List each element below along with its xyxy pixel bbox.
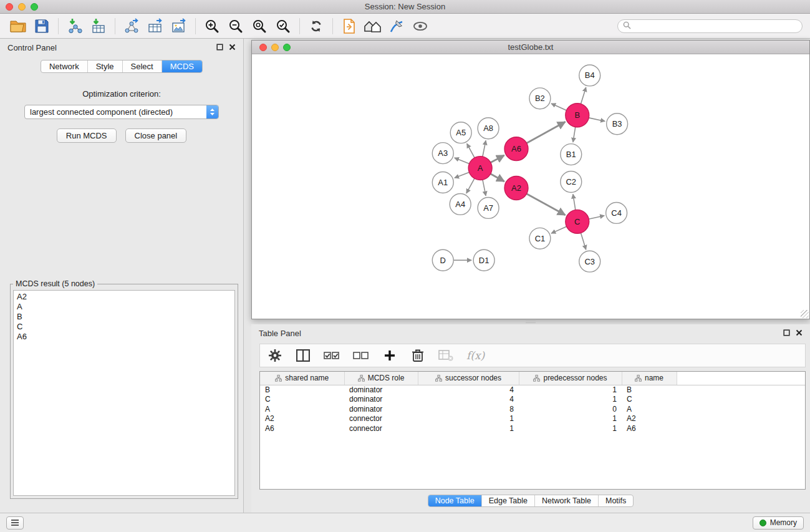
import-table-from-file-icon[interactable] — [87, 16, 110, 36]
annotation-pen-icon[interactable] — [385, 16, 408, 36]
graph-edge-C-C3[interactable] — [581, 233, 586, 249]
zoom-in-icon[interactable] — [200, 16, 224, 36]
tab-mcds[interactable]: MCDS — [162, 60, 202, 72]
net-maximize-icon[interactable] — [283, 44, 291, 51]
mcds-result-item[interactable]: A — [14, 302, 234, 312]
memory-button[interactable]: Memory — [753, 516, 804, 530]
deselect-all-columns-icon[interactable] — [353, 347, 369, 364]
graph-edge-C-C1[interactable] — [551, 226, 566, 233]
open-document-icon[interactable] — [337, 16, 361, 36]
search-input[interactable] — [634, 22, 797, 31]
node-table[interactable]: shared nameMCDS rolesuccessor nodesprede… — [259, 371, 806, 490]
new-network-table-icon[interactable] — [143, 16, 167, 36]
graph-edge-B-B4[interactable] — [581, 87, 586, 104]
graph-node-B[interactable]: B — [566, 104, 589, 127]
graph-edge-A-A5[interactable] — [467, 143, 475, 158]
graph-edge-A-A8[interactable] — [483, 140, 486, 157]
optimization-criterion-dropdown[interactable]: largest connected component (directed) — [24, 105, 219, 119]
refresh-view-icon[interactable] — [304, 16, 328, 36]
close-panel-icon[interactable] — [229, 42, 236, 53]
mcds-result-item[interactable]: C — [14, 322, 234, 332]
window-resize-grip[interactable] — [801, 310, 809, 318]
graph-node-A1[interactable]: A1 — [432, 172, 453, 193]
graph-node-A3[interactable]: A3 — [432, 143, 453, 164]
graph-node-C4[interactable]: C4 — [606, 202, 627, 223]
column-header-shared-name[interactable]: shared name — [260, 372, 344, 385]
delete-row-icon[interactable] — [410, 347, 425, 364]
task-history-button[interactable] — [6, 516, 24, 530]
tab-network-table[interactable]: Network Table — [534, 495, 598, 506]
graph-edge-C-C4[interactable] — [589, 216, 604, 220]
graph-node-C[interactable]: C — [566, 210, 589, 233]
graph-node-C3[interactable]: C3 — [579, 251, 600, 272]
mcds-result-list[interactable]: A2ABCA6 — [13, 290, 235, 496]
net-minimize-icon[interactable] — [271, 44, 279, 51]
table-row-A[interactable]: Adominator80A — [260, 404, 805, 414]
graph-edge-C-C2[interactable] — [573, 194, 576, 210]
graph-node-D1[interactable]: D1 — [473, 249, 494, 271]
table-row-C[interactable]: Cdominator41C — [260, 395, 805, 405]
graph-node-A7[interactable]: A7 — [478, 197, 499, 218]
zoom-out-icon[interactable] — [224, 16, 248, 36]
open-session-icon[interactable] — [6, 16, 30, 36]
function-builder-icon[interactable]: f(x) — [466, 347, 485, 364]
close-panel-icon[interactable] — [796, 327, 803, 339]
graph-edge-A-A7[interactable] — [483, 180, 486, 196]
graph-node-B1[interactable]: B1 — [561, 144, 582, 165]
delete-table-icon[interactable] — [438, 347, 453, 364]
column-header-successor-nodes[interactable]: successor nodes — [418, 372, 519, 385]
run-mcds-button[interactable]: Run MCDS — [57, 128, 117, 143]
net-close-icon[interactable] — [259, 44, 267, 51]
close-panel-button[interactable]: Close panel — [125, 128, 187, 143]
save-session-icon[interactable] — [30, 16, 54, 36]
mcds-result-item[interactable]: A2 — [14, 292, 234, 302]
tab-style[interactable]: Style — [87, 60, 122, 72]
graph-edge-A-A6[interactable] — [491, 155, 504, 163]
graph-edge-A-A1[interactable] — [455, 172, 470, 178]
graph-node-A6[interactable]: A6 — [504, 137, 528, 161]
float-panel-icon[interactable] — [783, 327, 790, 339]
tab-select[interactable]: Select — [122, 60, 162, 72]
table-row-B[interactable]: Bdominator41B — [260, 385, 805, 395]
mcds-result-item[interactable]: A6 — [14, 332, 234, 342]
show-hide-panel-icon[interactable] — [408, 16, 432, 36]
graph-node-A8[interactable]: A8 — [478, 118, 499, 139]
close-window-icon[interactable] — [6, 3, 13, 11]
graph-node-B2[interactable]: B2 — [529, 88, 551, 109]
tab-motifs[interactable]: Motifs — [598, 495, 633, 506]
float-panel-icon[interactable] — [216, 42, 223, 53]
graph-edge-A-A2[interactable] — [491, 174, 504, 181]
column-header-predecessor-nodes[interactable]: predecessor nodes — [519, 372, 622, 385]
graph-edge-B-B3[interactable] — [589, 118, 605, 122]
export-image-icon[interactable] — [167, 16, 191, 36]
graph-edge-A2-C[interactable] — [527, 194, 566, 215]
graph-edge-A6-B[interactable] — [527, 122, 566, 143]
zoom-selected-icon[interactable] — [271, 16, 295, 36]
graph-node-A5[interactable]: A5 — [450, 122, 471, 143]
graph-edge-B-B2[interactable] — [551, 104, 566, 110]
show-columns-icon[interactable] — [296, 347, 311, 364]
add-row-icon[interactable] — [382, 347, 397, 364]
table-row-A6[interactable]: A6connector11A6 — [260, 423, 805, 433]
graph-node-C2[interactable]: C2 — [561, 172, 582, 193]
graph-node-B4[interactable]: B4 — [579, 65, 600, 86]
column-header-mcds-role[interactable]: MCDS role — [344, 372, 418, 385]
graph-node-A[interactable]: A — [468, 157, 492, 180]
select-all-columns-icon[interactable] — [324, 347, 340, 364]
panel-splitter-handle[interactable] — [526, 321, 536, 323]
mcds-result-item[interactable]: B — [14, 312, 234, 322]
minimize-window-icon[interactable] — [18, 3, 26, 11]
maximize-window-icon[interactable] — [31, 3, 38, 11]
column-header-name[interactable]: name — [622, 372, 677, 385]
tab-network[interactable]: Network — [41, 60, 87, 72]
table-row-A2[interactable]: A2connector11A2 — [260, 414, 805, 424]
graph-edge-A-A4[interactable] — [466, 178, 475, 193]
network-canvas[interactable]: B4B2BB3A8A5A6A3B1AC2A1A2A4A7C4CC1DD1C3 — [252, 54, 809, 319]
graph-node-A4[interactable]: A4 — [450, 193, 471, 215]
zoom-fit-icon[interactable] — [248, 16, 271, 36]
graph-node-D[interactable]: D — [432, 249, 453, 271]
tab-edge-table[interactable]: Edge Table — [481, 495, 534, 506]
graph-edge-A-A3[interactable] — [455, 158, 470, 163]
import-network-from-file-icon[interactable] — [63, 16, 87, 36]
graph-node-B3[interactable]: B3 — [607, 114, 628, 135]
